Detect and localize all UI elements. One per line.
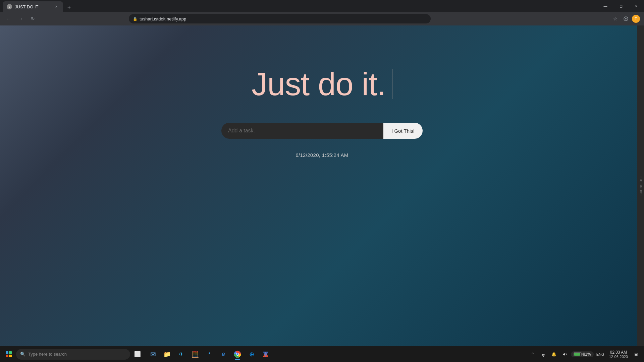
svg-point-1: [625, 18, 627, 19]
battery-percent: 81%: [583, 352, 591, 357]
datetime-display: 6/12/2020, 1:55:24 AM: [296, 152, 348, 158]
bookmark-star-icon[interactable]: ☆: [610, 14, 620, 23]
taskbar-chrome-app[interactable]: [231, 348, 244, 361]
svg-point-4: [236, 353, 238, 355]
notifications-panel-icon[interactable]: ▣: [631, 350, 641, 359]
taskbar-extra-app[interactable]: [259, 348, 272, 361]
secure-lock-icon: 🔒: [133, 17, 138, 21]
svg-point-7: [543, 356, 544, 357]
extensions-icon[interactable]: [621, 14, 631, 23]
nav-right-controls: ☆ T: [610, 14, 640, 23]
screentec-label: screentec: [639, 176, 643, 195]
main-heading: Just do it.: [252, 66, 392, 103]
tab-close-button[interactable]: ×: [54, 4, 59, 9]
taskbar-vscode-app[interactable]: ❛: [203, 348, 216, 361]
new-tab-button[interactable]: +: [64, 3, 74, 12]
tray-network-icon[interactable]: [539, 350, 548, 359]
tray-chevron-icon[interactable]: ⌃: [528, 350, 537, 359]
clock-area[interactable]: 02:03 AM 12-06-2020: [607, 349, 630, 359]
minimize-button[interactable]: —: [598, 0, 613, 12]
battery-bar: [574, 352, 582, 356]
browser-frame: J JUST DO IT × + — ◻ × ← → ↻ 🔒 tusharjus…: [0, 0, 644, 362]
windows-logo: [6, 351, 12, 357]
clock-time: 02:03 AM: [610, 350, 627, 355]
taskbar-edge-app[interactable]: e: [217, 348, 230, 361]
heading-text: Just do it.: [252, 66, 389, 103]
address-text: tusharjustdoit.netlify.app: [140, 16, 427, 21]
task-input[interactable]: [221, 123, 383, 139]
taskbar-mail-app[interactable]: ✉: [146, 348, 160, 361]
close-button[interactable]: ×: [629, 0, 644, 12]
account-avatar[interactable]: T: [632, 15, 640, 23]
reload-button[interactable]: ↻: [28, 14, 38, 23]
taskbar-telegram-app[interactable]: ✈: [174, 348, 188, 361]
taskbar-pinned-apps: ✉ 📁 ✈ 🧮 ❛ e ⊕: [146, 348, 272, 361]
start-button[interactable]: [2, 348, 15, 361]
forward-button[interactable]: →: [16, 14, 25, 23]
language-indicator[interactable]: ENG: [595, 350, 606, 359]
battery-fill: [574, 353, 580, 356]
task-view-button[interactable]: ⬜: [131, 348, 144, 361]
tray-volume-icon[interactable]: [560, 350, 570, 359]
screentec-sidebar: screentec: [637, 25, 644, 346]
taskbar-search-text: Type here to search: [28, 352, 67, 357]
battery-indicator[interactable]: 81%: [571, 351, 594, 357]
nav-bar: ← → ↻ 🔒 tusharjustdoit.netlify.app ☆ T: [0, 12, 644, 25]
back-button[interactable]: ←: [4, 14, 13, 23]
tab-bar: J JUST DO IT × +: [0, 0, 74, 12]
clock-date: 12-06-2020: [609, 355, 628, 359]
taskbar-file-explorer-app[interactable]: 📁: [160, 348, 174, 361]
page-content: Just do it. I Got This! 6/12/2020, 1:55:…: [0, 25, 644, 346]
taskbar-system-tray: ⌃ 🔔 81% ENG 02:03 AM 12-06-2020 ▣: [528, 349, 642, 359]
battery-tip: [582, 353, 583, 355]
title-bar: J JUST DO IT × + — ◻ ×: [0, 0, 644, 12]
title-bar-controls: — ◻ ×: [598, 0, 644, 12]
taskbar-search-icon: 🔍: [20, 352, 25, 357]
taskbar: 🔍 Type here to search ⬜ ✉ 📁 ✈ 🧮 ❛ e: [0, 346, 644, 362]
taskbar-search[interactable]: 🔍 Type here to search: [16, 349, 130, 360]
cursor-blink: [392, 69, 392, 99]
address-bar[interactable]: 🔒 tusharjustdoit.netlify.app: [129, 14, 431, 23]
taskbar-calculator-app[interactable]: 🧮: [189, 348, 202, 361]
active-tab[interactable]: J JUST DO IT ×: [3, 1, 63, 12]
tab-title: JUST DO IT: [15, 4, 51, 9]
tab-favicon: J: [7, 4, 12, 9]
taskbar-teamviewer-app[interactable]: ⊕: [245, 348, 258, 361]
submit-task-button[interactable]: I Got This!: [383, 123, 423, 139]
maximize-button[interactable]: ◻: [613, 0, 629, 12]
task-form: I Got This!: [221, 123, 423, 139]
tray-notification-icon[interactable]: 🔔: [549, 350, 559, 359]
